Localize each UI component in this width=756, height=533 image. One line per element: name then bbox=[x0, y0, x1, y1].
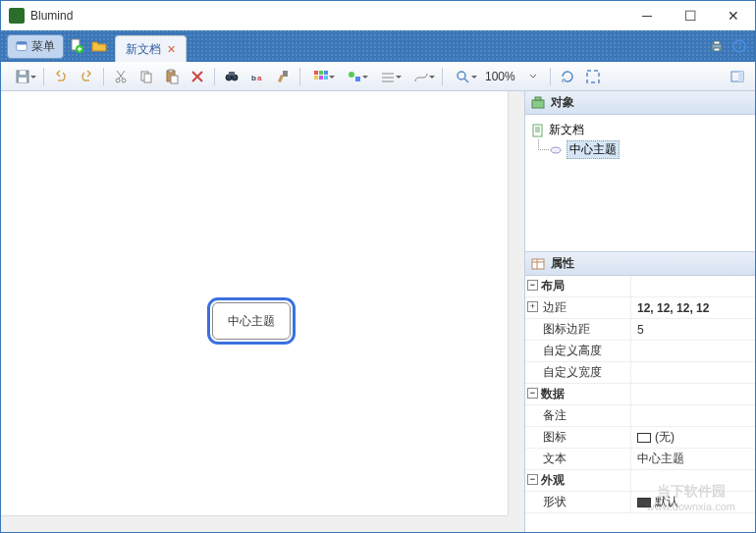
tree-child[interactable]: 中心主题 bbox=[531, 139, 749, 160]
svg-text:b: b bbox=[251, 74, 256, 82]
sidebar-toggle-button[interactable] bbox=[726, 66, 749, 87]
new-file-icon bbox=[69, 38, 84, 54]
line-style-button[interactable] bbox=[372, 66, 404, 87]
prop-group-layout[interactable]: −布局 bbox=[525, 276, 755, 297]
prop-group-appearance[interactable]: −外观 bbox=[525, 470, 755, 492]
svg-point-33 bbox=[458, 72, 465, 80]
connector-button[interactable] bbox=[405, 66, 437, 87]
redo-button[interactable] bbox=[75, 66, 98, 87]
sidebar-icon bbox=[729, 69, 745, 84]
help-button[interactable]: ? bbox=[729, 36, 749, 56]
svg-rect-38 bbox=[535, 97, 541, 100]
canvas[interactable]: 中心主题 bbox=[1, 91, 525, 532]
scrollbar-vertical[interactable] bbox=[508, 91, 524, 515]
svg-rect-41 bbox=[532, 259, 544, 269]
printer-icon bbox=[709, 38, 725, 54]
tree-root-label: 新文档 bbox=[549, 122, 584, 138]
replace-button[interactable]: ba bbox=[245, 66, 269, 87]
main-menu-button[interactable]: 菜单 bbox=[7, 34, 64, 59]
app-menu-icon bbox=[16, 40, 27, 52]
minimize-button[interactable]: ─ bbox=[625, 2, 669, 29]
svg-rect-32 bbox=[355, 77, 360, 81]
cut-button[interactable] bbox=[109, 66, 133, 87]
svg-rect-1 bbox=[17, 42, 27, 45]
scissors-icon bbox=[113, 69, 129, 84]
objects-panel-header[interactable]: 对象 bbox=[525, 91, 755, 115]
properties-grid[interactable]: −布局 +边距 12, 12, 12, 12 图标边距 5 自定义高度 自定义宽… bbox=[525, 276, 755, 532]
menubar: 菜单 新文档 ✕ ? bbox=[1, 30, 755, 62]
svg-rect-39 bbox=[533, 125, 542, 136]
app-icon bbox=[9, 8, 25, 24]
objects-tree[interactable]: 新文档 中心主题 bbox=[525, 115, 755, 252]
new-file-button[interactable] bbox=[67, 36, 86, 56]
svg-rect-17 bbox=[169, 70, 173, 73]
svg-rect-11 bbox=[19, 78, 27, 82]
refresh-button[interactable] bbox=[556, 66, 579, 87]
svg-rect-37 bbox=[532, 100, 544, 108]
zoom-level: 100% bbox=[481, 70, 519, 83]
svg-rect-27 bbox=[324, 71, 328, 75]
toolbar: ba 100% bbox=[1, 62, 755, 91]
tab-close-icon[interactable]: ✕ bbox=[167, 43, 176, 56]
svg-point-40 bbox=[551, 147, 561, 153]
svg-rect-28 bbox=[314, 76, 318, 80]
svg-rect-18 bbox=[171, 76, 178, 83]
find-button[interactable] bbox=[220, 66, 243, 87]
prop-group-data[interactable]: −数据 bbox=[525, 384, 755, 405]
scrollbar-horizontal[interactable] bbox=[1, 515, 508, 532]
prop-row-custom-width[interactable]: 自定义宽度 bbox=[525, 362, 755, 384]
zoom-dropdown[interactable] bbox=[521, 66, 545, 87]
collapse-icon[interactable]: − bbox=[527, 280, 538, 291]
paste-button[interactable] bbox=[160, 66, 184, 87]
color-grid-button[interactable] bbox=[305, 66, 337, 87]
fullscreen-icon bbox=[585, 69, 601, 84]
redo-icon bbox=[79, 69, 94, 84]
svg-rect-34 bbox=[587, 71, 599, 82]
collapse-icon[interactable]: − bbox=[527, 474, 538, 485]
tab-label: 新文档 bbox=[126, 41, 161, 58]
copy-button[interactable] bbox=[135, 66, 158, 87]
prop-row-custom-height[interactable]: 自定义高度 bbox=[525, 341, 755, 362]
node-shape-button[interactable] bbox=[339, 66, 370, 87]
paste-icon bbox=[164, 69, 180, 84]
zoom-button[interactable] bbox=[448, 66, 479, 87]
topic-icon bbox=[549, 143, 563, 157]
open-file-button[interactable] bbox=[89, 36, 109, 56]
document-tab[interactable]: 新文档 ✕ bbox=[115, 35, 187, 62]
scroll-corner bbox=[508, 515, 524, 532]
svg-rect-6 bbox=[714, 48, 720, 51]
delete-button[interactable] bbox=[186, 66, 209, 87]
content-area: 中心主题 对象 新文档 中心主题 bbox=[1, 91, 755, 532]
svg-rect-24 bbox=[283, 71, 288, 77]
undo-button[interactable] bbox=[49, 66, 73, 87]
print-button[interactable] bbox=[707, 36, 727, 56]
icon-swatch bbox=[637, 433, 651, 443]
tree-root[interactable]: 新文档 bbox=[531, 121, 749, 139]
prop-row-margin[interactable]: +边距 12, 12, 12, 12 bbox=[525, 297, 755, 319]
close-button[interactable]: ✕ bbox=[712, 2, 755, 29]
node-shape-icon bbox=[347, 70, 362, 83]
collapse-icon[interactable]: − bbox=[527, 388, 538, 399]
central-topic[interactable]: 中心主题 bbox=[212, 302, 291, 340]
refresh-icon bbox=[560, 69, 575, 84]
svg-point-13 bbox=[122, 79, 126, 82]
prop-row-shape[interactable]: 形状 默认 bbox=[525, 492, 755, 513]
prop-row-icon-margin[interactable]: 图标边距 5 bbox=[525, 319, 755, 341]
prop-row-icon[interactable]: 图标 (无) bbox=[525, 427, 755, 449]
format-brush-button[interactable] bbox=[271, 66, 295, 87]
svg-point-12 bbox=[116, 79, 120, 82]
fullscreen-button[interactable] bbox=[581, 66, 605, 87]
document-icon bbox=[531, 124, 545, 137]
properties-panel-title: 属性 bbox=[551, 255, 574, 272]
copy-icon bbox=[138, 69, 154, 84]
prop-row-remark[interactable]: 备注 bbox=[525, 405, 755, 427]
maximize-button[interactable]: ☐ bbox=[669, 2, 712, 29]
svg-rect-10 bbox=[20, 71, 26, 75]
binoculars-icon bbox=[224, 69, 240, 84]
prop-row-text[interactable]: 文本 中心主题 bbox=[525, 449, 755, 470]
properties-panel-header[interactable]: 属性 bbox=[525, 252, 755, 276]
save-button[interactable] bbox=[7, 66, 38, 87]
properties-icon bbox=[531, 257, 545, 271]
replace-icon: ba bbox=[249, 69, 265, 84]
expand-icon[interactable]: + bbox=[527, 301, 538, 312]
